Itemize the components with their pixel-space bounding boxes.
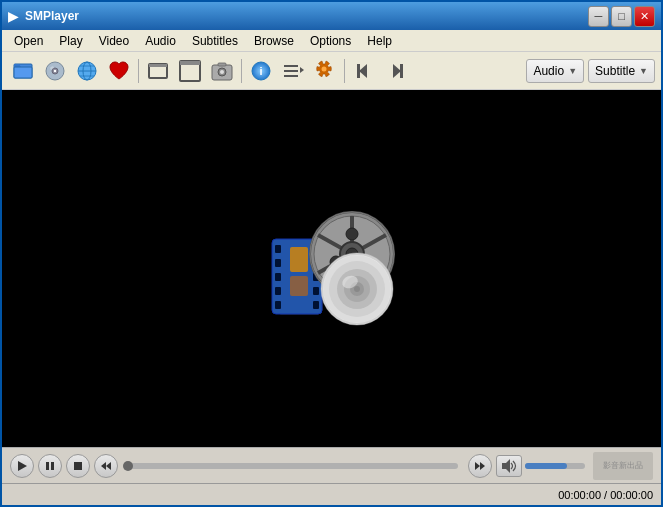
svg-rect-42	[313, 301, 319, 309]
main-window: ▶ SMPlayer ─ □ ✕ Open Play Video Audio S…	[0, 0, 663, 507]
svg-rect-23	[284, 70, 298, 72]
subtitle-dropdown-arrow: ▼	[639, 66, 648, 76]
svg-marker-25	[300, 67, 304, 73]
svg-text:i: i	[259, 65, 262, 77]
svg-rect-30	[400, 64, 403, 78]
menu-audio[interactable]: Audio	[137, 32, 184, 50]
svg-rect-34	[275, 259, 281, 267]
preferences-button[interactable]	[310, 56, 340, 86]
svg-marker-27	[359, 64, 367, 78]
svg-rect-15	[180, 61, 200, 65]
seek-bar[interactable]	[128, 463, 458, 469]
toolbar-right: Audio ▼ Subtitle ▼	[526, 59, 655, 83]
menu-browse[interactable]: Browse	[246, 32, 302, 50]
toolbar-separator-1	[138, 59, 139, 83]
svg-rect-37	[275, 301, 281, 309]
pause-button[interactable]	[38, 454, 62, 478]
svg-rect-2	[14, 67, 32, 78]
controls-bar: 影音新出品	[2, 447, 661, 483]
svg-point-18	[220, 70, 224, 74]
menu-video[interactable]: Video	[91, 32, 137, 50]
svg-marker-72	[502, 459, 510, 473]
favorites-button[interactable]	[104, 56, 134, 86]
svg-rect-36	[275, 287, 281, 295]
svg-rect-44	[290, 276, 308, 296]
svg-rect-65	[46, 462, 49, 470]
properties-button[interactable]: i	[246, 56, 276, 86]
open-file-button[interactable]	[8, 56, 38, 86]
volume-fill	[525, 463, 567, 469]
svg-rect-22	[284, 65, 298, 67]
fullscreen-button[interactable]	[175, 56, 205, 86]
svg-point-61	[354, 286, 360, 292]
stop-button[interactable]	[66, 454, 90, 478]
seek-thumb	[123, 461, 133, 471]
close-button[interactable]: ✕	[634, 6, 655, 27]
play-button[interactable]	[10, 454, 34, 478]
svg-point-5	[54, 69, 56, 71]
status-bar: 00:00:00 / 00:00:00	[2, 483, 661, 505]
title-bar-left: ▶ SMPlayer	[8, 8, 79, 24]
title-bar: ▶ SMPlayer ─ □ ✕	[2, 2, 661, 30]
svg-rect-35	[275, 273, 281, 281]
audio-dropdown-arrow: ▼	[568, 66, 577, 76]
watermark-area: 影音新出品	[593, 452, 653, 480]
time-display: 00:00:00 / 00:00:00	[558, 489, 653, 501]
menu-bar: Open Play Video Audio Subtitles Browse O…	[2, 30, 661, 52]
menu-options[interactable]: Options	[302, 32, 359, 50]
video-area[interactable]	[2, 90, 661, 447]
svg-marker-68	[101, 462, 106, 470]
menu-open[interactable]: Open	[6, 32, 51, 50]
open-dvd-button[interactable]	[40, 56, 70, 86]
playlist-button[interactable]	[278, 56, 308, 86]
audio-track-dropdown[interactable]: Audio ▼	[526, 59, 584, 83]
svg-marker-64	[18, 461, 27, 471]
svg-rect-41	[313, 287, 319, 295]
volume-button[interactable]	[496, 455, 522, 477]
window-title: SMPlayer	[25, 9, 79, 23]
app-icon: ▶	[8, 8, 19, 24]
svg-rect-28	[357, 64, 360, 78]
menu-subtitles[interactable]: Subtitles	[184, 32, 246, 50]
rewind-button[interactable]	[94, 454, 118, 478]
smplayer-logo	[252, 189, 412, 349]
svg-rect-13	[149, 64, 167, 67]
toolbar-separator-2	[241, 59, 242, 83]
toolbar-separator-3	[344, 59, 345, 83]
svg-rect-19	[218, 63, 226, 66]
toolbar: i	[2, 52, 661, 90]
open-url-button[interactable]	[72, 56, 102, 86]
title-buttons: ─ □ ✕	[588, 6, 655, 27]
volume-section	[496, 455, 585, 477]
svg-rect-24	[284, 75, 298, 77]
menu-help[interactable]: Help	[359, 32, 400, 50]
subtitle-track-dropdown[interactable]: Subtitle ▼	[588, 59, 655, 83]
svg-marker-70	[475, 462, 480, 470]
svg-rect-33	[275, 245, 281, 253]
svg-marker-29	[393, 64, 401, 78]
normal-size-button[interactable]	[143, 56, 173, 86]
svg-marker-71	[480, 462, 485, 470]
svg-rect-43	[290, 247, 308, 272]
svg-point-26	[322, 66, 327, 71]
next-chapter-button[interactable]	[381, 56, 411, 86]
prev-chapter-button[interactable]	[349, 56, 379, 86]
svg-marker-69	[106, 462, 111, 470]
volume-slider[interactable]	[525, 463, 585, 469]
forward-button[interactable]	[468, 454, 492, 478]
menu-play[interactable]: Play	[51, 32, 90, 50]
svg-rect-66	[51, 462, 54, 470]
minimize-button[interactable]: ─	[588, 6, 609, 27]
screenshot-button[interactable]	[207, 56, 237, 86]
svg-point-50	[346, 228, 358, 240]
maximize-button[interactable]: □	[611, 6, 632, 27]
svg-rect-67	[74, 462, 82, 470]
